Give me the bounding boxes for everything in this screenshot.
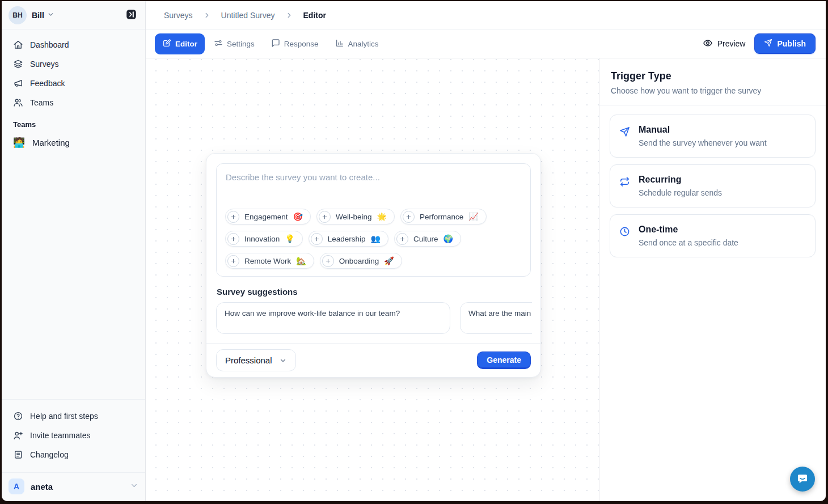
clock-icon [619,226,630,247]
account-avatar: A [9,478,24,494]
tab-editor[interactable]: Editor [155,33,205,54]
chat-bubble-icon [796,472,809,486]
sidebar-item-label: Teams [30,98,53,107]
tab-label: Editor [175,40,197,48]
chip-label: Engagement [244,213,288,221]
breadcrumb-item-surveys[interactable]: Surveys [164,11,193,20]
plus-icon [322,255,334,267]
account-name: aneta [31,482,53,492]
preview-button[interactable]: Preview [703,38,746,50]
tab-analytics[interactable]: Analytics [328,33,386,54]
suggestion-card[interactable]: How can we improve work-life balance in … [216,302,450,334]
chevron-right-icon [203,11,211,19]
people-emoji-icon: 👥 [371,234,381,243]
topic-chip-well-being[interactable]: Well-being 🌟 [316,209,395,225]
trigger-option-text: Recurring Schedule regular sends [639,175,722,197]
composer-body: Engagement 🎯 Well-being 🌟 [206,154,540,334]
trigger-panel-header: Trigger Type Choose how you want to trig… [599,58,826,105]
help-circle-icon [13,411,23,421]
sidebar: BH Bill Dashboard Surv [2,1,146,501]
suggestions-label: Survey suggestions [217,287,530,297]
chart-emoji-icon: 📈 [468,212,478,221]
survey-description-input[interactable] [217,164,530,209]
sidebar-item-changelog[interactable]: Changelog [9,445,138,464]
tab-label: Settings [227,40,255,48]
sidebar-item-invite-teammates[interactable]: Invite teammates [9,426,138,445]
globe-emoji-icon: 🌍 [443,234,453,243]
tab-settings[interactable]: Settings [206,33,262,54]
trigger-option-one-time[interactable]: One-time Send once at a specific date [610,214,816,257]
sidebar-nav: Dashboard Surveys Feedback Teams [2,29,145,153]
sidebar-item-dashboard[interactable]: Dashboard [9,35,138,54]
teams-section-label: Teams [9,112,138,132]
chip-label: Leadership [328,235,366,243]
topic-chips: Engagement 🎯 Well-being 🌟 [225,209,522,269]
panel-collapse-icon [125,9,137,22]
collapse-sidebar-button[interactable] [124,8,138,23]
trigger-option-text: Manual Send the survey whenever you want [639,125,767,147]
sidebar-item-teams[interactable]: Teams [9,93,138,112]
topic-chip-onboarding[interactable]: Onboarding 🚀 [320,253,402,269]
topic-chip-performance[interactable]: Performance 📈 [400,209,487,225]
chevron-down-icon [47,10,54,20]
trigger-option-manual[interactable]: Manual Send the survey whenever you want [610,115,816,158]
sidebar-item-label: Help and first steps [30,412,98,421]
editor-content: Engagement 🎯 Well-being 🌟 [146,58,826,501]
sidebar-item-label: Invite teammates [30,431,91,440]
sliders-icon [214,39,223,49]
dart-emoji-icon: 🎯 [293,212,303,221]
composer-footer: Professional Generate [206,343,540,377]
sidebar-item-surveys[interactable]: Surveys [9,54,138,74]
plus-icon [227,211,239,223]
chip-label: Remote Work [244,257,291,265]
topic-chip-culture[interactable]: Culture 🌍 [394,231,461,247]
plus-icon [403,211,415,223]
breadcrumb-item-untitled-survey[interactable]: Untitled Survey [221,11,275,20]
megaphone-icon [13,78,23,88]
chevron-down-icon [130,481,138,492]
plus-icon [311,233,323,245]
chat-launcher-button[interactable] [790,467,815,492]
workspace-switcher[interactable]: BH Bill [2,1,145,29]
preview-label: Preview [717,39,746,48]
chip-label: Culture [413,235,438,243]
topic-chip-leadership[interactable]: Leadership 👥 [309,231,388,247]
trigger-panel-title: Trigger Type [611,70,814,82]
pencil-square-icon [162,39,171,49]
trigger-option-title: Manual [639,125,767,135]
chip-label: Onboarding [339,257,379,265]
tab-label: Analytics [348,40,379,48]
trigger-option-title: One-time [639,225,738,235]
sidebar-item-feedback[interactable]: Feedback [9,74,138,93]
publish-button[interactable]: Publish [754,33,816,54]
survey-canvas[interactable]: Engagement 🎯 Well-being 🌟 [146,58,599,501]
account-menu[interactable]: A aneta [2,472,145,501]
house-emoji-icon: 🏡 [296,256,306,265]
sidebar-item-team-marketing[interactable]: 🧑‍💻 Marketing [9,132,138,153]
tab-label: Response [284,40,319,48]
generate-button[interactable]: Generate [477,351,531,369]
trigger-options: Manual Send the survey whenever you want… [599,105,826,266]
message-square-icon [271,39,280,49]
topic-chip-remote-work[interactable]: Remote Work 🏡 [225,253,314,269]
tone-select[interactable]: Professional [216,349,296,371]
trigger-option-recurring[interactable]: Recurring Schedule regular sends [610,164,816,207]
topic-chip-engagement[interactable]: Engagement 🎯 [225,209,311,225]
chevron-right-icon [285,11,293,19]
users-icon [13,98,23,108]
breadcrumb: Surveys Untitled Survey Editor [164,11,326,20]
topic-chip-innovation[interactable]: Innovation 💡 [225,231,303,247]
editor-toolbar: Editor Settings Response Analytics [146,29,826,58]
repeat-icon [619,176,630,197]
workspace-name: Bill [32,11,44,20]
trigger-panel-subtitle: Choose how you want to trigger the surve… [611,86,814,95]
trigger-option-description: Send once at a specific date [639,238,738,247]
layers-icon [13,59,23,69]
suggestion-card[interactable]: What are the main ob [460,302,532,334]
chip-label: Performance [420,213,463,221]
sidebar-spacer [2,153,145,399]
sidebar-item-label: Dashboard [30,40,69,49]
sidebar-item-help[interactable]: Help and first steps [9,406,138,426]
tab-response[interactable]: Response [264,33,326,54]
trigger-panel: Trigger Type Choose how you want to trig… [599,58,826,501]
